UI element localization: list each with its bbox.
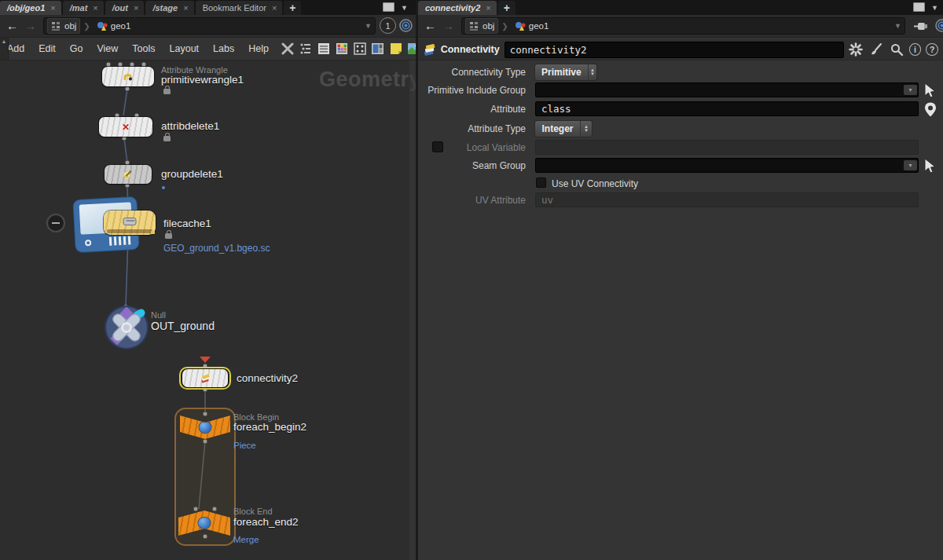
- node-type-label: Block End: [233, 507, 273, 516]
- network-canvas[interactable]: Geometry: [0, 60, 416, 560]
- path-dropdown-icon[interactable]: ▼: [365, 22, 372, 30]
- snapshot-count-badge[interactable]: 1: [380, 17, 396, 34]
- menu-view[interactable]: View: [90, 43, 125, 54]
- tab-connectivity2[interactable]: connectivity2 ×: [418, 1, 497, 15]
- collapse-network-box-button[interactable]: [46, 214, 65, 232]
- tree-view-icon[interactable]: [299, 42, 313, 56]
- node-name-label: filecache1: [163, 218, 211, 229]
- spinner-arrows-icon[interactable]: ▲▼: [588, 64, 596, 80]
- forward-button[interactable]: →: [24, 19, 36, 32]
- layout-panes-icon[interactable]: [371, 42, 385, 56]
- info-icon[interactable]: i: [909, 43, 922, 56]
- primitive-include-group-input[interactable]: [535, 82, 919, 97]
- node-attribdelete1[interactable]: ✕: [99, 117, 152, 137]
- back-button[interactable]: ←: [424, 19, 436, 32]
- path-root-label: obj: [483, 21, 494, 31]
- wrangle-icon: [123, 71, 134, 82]
- node-connectivity2[interactable]: [182, 369, 228, 387]
- attribute-input[interactable]: class: [535, 101, 919, 116]
- new-tab-button[interactable]: +: [284, 1, 301, 15]
- tab-out[interactable]: /out ×: [105, 1, 145, 15]
- node-name-label: foreach_end2: [233, 516, 299, 528]
- new-tab-button[interactable]: +: [498, 1, 516, 15]
- spinner-arrows-icon[interactable]: ▲▼: [580, 121, 592, 137]
- group-dropdown-icon[interactable]: ▼: [904, 160, 917, 170]
- sticky-note-icon[interactable]: [389, 42, 403, 56]
- seam-group-input[interactable]: [535, 158, 919, 173]
- tab-obj-geo1[interactable]: /obj/geo1 ×: [0, 1, 61, 15]
- brush-icon[interactable]: [868, 42, 884, 57]
- connectivity-node-icon: [423, 43, 436, 57]
- tab-stage[interactable]: /stage ×: [145, 1, 193, 15]
- node-name-input[interactable]: connectivity2: [505, 42, 844, 58]
- pane-menu-caret-icon[interactable]: ▼: [401, 4, 408, 12]
- input-flag-icon: [200, 357, 211, 363]
- forward-button[interactable]: →: [442, 19, 454, 32]
- attribute-type-dropdown[interactable]: Integer ▲▼: [535, 121, 592, 137]
- node-name-label: attribdelete1: [161, 120, 219, 132]
- path-chip-geo1[interactable]: geo1: [94, 18, 134, 34]
- tools-wrench-icon[interactable]: [281, 42, 295, 56]
- select-arrow-icon[interactable]: [922, 82, 939, 100]
- canvas-scrollbar[interactable]: [409, 60, 416, 560]
- close-icon[interactable]: ×: [93, 4, 97, 13]
- path-node-label: geo1: [111, 21, 131, 31]
- path-dropdown-icon[interactable]: ▼: [894, 22, 901, 30]
- close-icon[interactable]: ×: [272, 4, 277, 13]
- path-root-label: obj: [64, 21, 76, 31]
- help-icon[interactable]: ?: [926, 43, 938, 56]
- list-view-icon[interactable]: [317, 42, 331, 56]
- menu-go[interactable]: Go: [63, 43, 90, 54]
- pane-menu-caret-icon[interactable]: ▼: [931, 4, 938, 12]
- menu-help[interactable]: Help: [241, 43, 276, 54]
- group-dropdown-icon[interactable]: ▼: [904, 85, 917, 95]
- tab-bookmark-editor[interactable]: Bookmark Editor ×: [196, 1, 283, 15]
- pin-icon[interactable]: [913, 20, 930, 33]
- right-tab-bar: connectivity2 × +: [418, 0, 943, 15]
- node-groupdelete1[interactable]: [105, 165, 152, 184]
- cache-file-label[interactable]: GEO_ground_v1.bgeo.sc: [163, 243, 270, 254]
- pane-layout-icon[interactable]: [383, 2, 394, 12]
- menu-tools[interactable]: Tools: [125, 43, 162, 54]
- path-field[interactable]: obj ❯ geo1 ▼: [461, 17, 905, 35]
- use-uv-connectivity-checkbox[interactable]: [536, 178, 546, 188]
- path-field[interactable]: obj ❯ geo1 ▼: [43, 17, 376, 35]
- node-name-label: groupdelete1: [161, 168, 223, 180]
- path-chip-obj[interactable]: obj: [465, 18, 498, 34]
- path-node-label: geo1: [529, 21, 549, 31]
- menu-collapse-handle[interactable]: ▲: [0, 38, 9, 60]
- param-label: Local Variable: [418, 142, 526, 153]
- param-label: Seam Group: [418, 160, 526, 171]
- search-icon[interactable]: [889, 42, 904, 57]
- close-icon[interactable]: ×: [486, 4, 490, 13]
- thumbnail-grid-icon[interactable]: [353, 42, 367, 56]
- close-icon[interactable]: ×: [50, 4, 55, 13]
- node-primitivewrangle1[interactable]: [102, 67, 154, 86]
- dropdown-value: Integer: [535, 123, 580, 134]
- menu-edit[interactable]: Edit: [31, 43, 63, 54]
- path-chip-geo1[interactable]: geo1: [512, 18, 552, 34]
- tab-label: /obj/geo1: [7, 3, 45, 13]
- tab-label: Bookmark Editor: [203, 3, 266, 13]
- menu-labs[interactable]: Labs: [206, 43, 241, 54]
- back-button[interactable]: ←: [6, 19, 18, 32]
- attribute-pin-icon[interactable]: [922, 101, 939, 119]
- close-icon[interactable]: ×: [134, 4, 138, 13]
- color-palette-grid-icon[interactable]: [335, 42, 349, 56]
- connectivity-type-dropdown[interactable]: Primitive ▲▼: [535, 64, 596, 80]
- close-icon[interactable]: ×: [183, 4, 188, 13]
- tab-mat[interactable]: /mat ×: [63, 1, 104, 15]
- gear-menu-icon[interactable]: [849, 42, 864, 57]
- node-out-ground[interactable]: [106, 307, 147, 348]
- tab-label: /out: [112, 3, 128, 13]
- node-filecache1[interactable]: [104, 210, 156, 235]
- menu-layout[interactable]: Layout: [163, 43, 207, 54]
- select-arrow-icon[interactable]: [922, 158, 939, 175]
- lock-icon: [163, 89, 171, 94]
- node-name-label: foreach_begin2: [233, 421, 306, 433]
- right-path-bar: ← → obj ❯: [418, 15, 943, 38]
- follow-target-icon[interactable]: [398, 18, 413, 33]
- path-chip-obj[interactable]: obj: [47, 18, 80, 34]
- pane-layout-icon[interactable]: [913, 2, 925, 12]
- follow-target-icon[interactable]: [934, 18, 943, 33]
